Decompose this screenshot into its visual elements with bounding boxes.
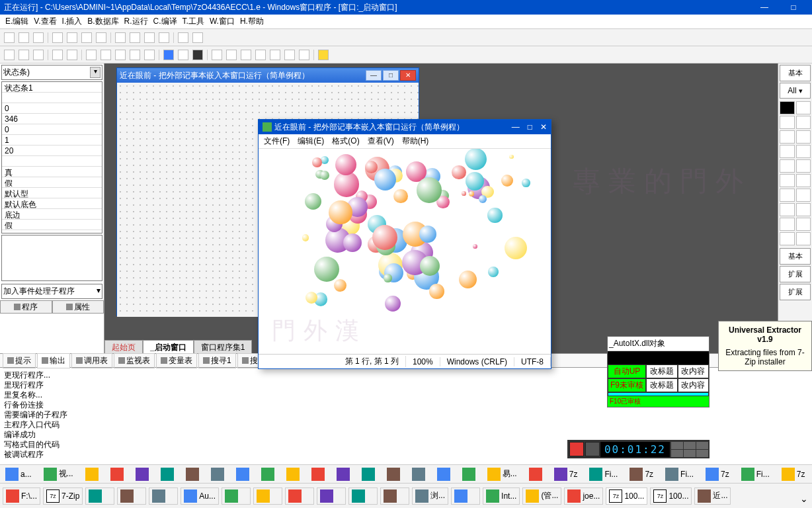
taskbar-item[interactable] xyxy=(253,487,282,505)
tool-icon[interactable] xyxy=(780,174,795,187)
taskbar-item[interactable] xyxy=(117,487,146,505)
tool-icon[interactable] xyxy=(19,32,29,43)
menu-edit[interactable]: E.编辑 xyxy=(5,16,28,27)
property-row[interactable]: 默认型 xyxy=(2,188,102,198)
toolbox-tab[interactable]: 扩展 xyxy=(780,284,811,300)
tool-icon[interactable] xyxy=(796,232,811,245)
taskbar-item[interactable] xyxy=(309,466,327,482)
taskbar-item[interactable] xyxy=(460,466,478,482)
property-row[interactable] xyxy=(2,156,102,167)
tool-icon[interactable] xyxy=(144,32,155,43)
taskbar-item[interactable]: 易... xyxy=(485,466,520,482)
tab-watch[interactable]: 监视表 xyxy=(114,353,155,368)
record-button[interactable] xyxy=(569,442,584,456)
menu-view[interactable]: 查看(V) xyxy=(368,136,394,147)
taskbar-item[interactable]: 7z100... xyxy=(606,487,647,505)
menu-insert[interactable]: I.插入 xyxy=(62,16,83,27)
tool-icon[interactable] xyxy=(130,32,140,43)
tool-icon[interactable] xyxy=(284,50,295,60)
taskbar-item[interactable] xyxy=(434,466,453,482)
menu-file[interactable]: 文件(F) xyxy=(264,136,290,147)
event-combo[interactable]: 加入事件处理子程序 ▾ xyxy=(1,284,102,299)
taskbar-item[interactable]: 7z xyxy=(703,466,732,482)
menu-db[interactable]: B.数据库 xyxy=(87,16,118,27)
taskbar-item[interactable] xyxy=(409,466,428,482)
taskbar-item[interactable] xyxy=(83,466,101,482)
tab-program[interactable]: 程序 xyxy=(0,301,52,314)
tool-icon[interactable] xyxy=(796,203,811,216)
autoitx-panel[interactable]: _AutoItX.dll对象 自动UP 改标题 改内容 F9未审核 改标题 改内… xyxy=(607,336,710,407)
pause-icon[interactable] xyxy=(178,50,188,60)
tool-icon[interactable] xyxy=(96,32,106,43)
taskbar-item[interactable] xyxy=(284,466,302,482)
notepad-window[interactable]: 近在眼前 - 把外部记事本嵌入本窗口运行（简单例程） — □ ✕ 文件(F) 编… xyxy=(258,119,551,369)
tool-icon[interactable] xyxy=(780,218,795,231)
tab-vars[interactable]: 变量表 xyxy=(156,353,197,368)
tab-calltable[interactable]: 调用表 xyxy=(71,353,112,368)
toolbox-combo[interactable]: All ▾ xyxy=(780,83,811,99)
tool-icon[interactable] xyxy=(241,50,251,60)
rec-icon[interactable] xyxy=(671,450,683,457)
taskbar-item[interactable] xyxy=(108,466,126,482)
rec-icon[interactable] xyxy=(684,442,696,449)
property-row[interactable]: 假 xyxy=(2,177,102,188)
tool-icon[interactable] xyxy=(780,189,795,202)
rec-icon[interactable] xyxy=(671,442,683,449)
paste-icon[interactable] xyxy=(33,50,44,60)
taskbar-item[interactable]: Fi... xyxy=(663,466,696,482)
stop-icon[interactable] xyxy=(192,50,203,60)
toolbox-header[interactable]: 基本 xyxy=(780,65,811,81)
menu-help[interactable]: 帮助(H) xyxy=(402,136,429,147)
taskbar-item[interactable]: joe... xyxy=(564,487,603,505)
cell[interactable]: 自动UP xyxy=(608,364,646,378)
tool-icon[interactable] xyxy=(796,101,811,114)
tool-icon[interactable] xyxy=(115,50,126,60)
menu-tool[interactable]: T.工具 xyxy=(183,16,204,27)
cell[interactable]: F9未审核 xyxy=(608,378,646,392)
tool-icon[interactable] xyxy=(192,32,203,43)
maximize-button[interactable]: □ xyxy=(383,70,399,81)
cell[interactable]: 改内容 xyxy=(678,378,710,392)
tool-icon[interactable] xyxy=(159,32,169,43)
maximize-button[interactable]: □ xyxy=(528,122,532,132)
taskbar-item[interactable] xyxy=(526,466,545,482)
cell[interactable]: 改内容 xyxy=(678,364,710,378)
tool-icon[interactable] xyxy=(780,232,795,245)
taskbar-item[interactable] xyxy=(317,487,346,505)
tab-window[interactable]: _启动窗口 xyxy=(143,340,194,353)
taskbar-item[interactable]: Fi... xyxy=(587,466,620,482)
tab-hint[interactable]: 提示 xyxy=(3,353,36,368)
tool-icon[interactable] xyxy=(780,116,795,129)
tool-icon[interactable] xyxy=(115,32,126,43)
tool-icon[interactable] xyxy=(81,32,92,43)
taskbar-item[interactable] xyxy=(233,466,252,482)
dropdown-arrow-icon[interactable]: ▾ xyxy=(97,286,101,297)
pause-button[interactable] xyxy=(585,442,600,456)
property-row[interactable]: 底边 xyxy=(2,209,102,220)
tool-icon[interactable] xyxy=(226,50,237,60)
taskbar-item[interactable] xyxy=(348,487,378,505)
taskbar-item[interactable] xyxy=(149,487,178,505)
menu-compile[interactable]: C.编译 xyxy=(153,16,177,27)
tool-icon[interactable] xyxy=(178,32,188,43)
menu-view[interactable]: V.查看 xyxy=(34,16,56,27)
tool-icon[interactable] xyxy=(796,116,811,129)
taskbar-item[interactable]: 7z xyxy=(627,466,656,482)
tool-icon[interactable] xyxy=(796,174,811,187)
pointer-icon[interactable] xyxy=(780,101,795,114)
tool-icon[interactable] xyxy=(101,50,111,60)
taskbar-item[interactable] xyxy=(359,466,378,482)
tool-icon[interactable] xyxy=(86,50,97,60)
maximize-button[interactable]: □ xyxy=(779,0,808,15)
menu-format[interactable]: 格式(O) xyxy=(332,136,359,147)
taskbar-item[interactable] xyxy=(334,466,352,482)
tool-icon[interactable] xyxy=(780,145,795,158)
tab-output[interactable]: 输出 xyxy=(37,353,70,368)
object-combo[interactable]: 状态条) ▾ xyxy=(1,65,102,80)
taskbar-item[interactable]: 近... xyxy=(694,487,731,505)
menu-edit[interactable]: 编辑(E) xyxy=(298,136,324,147)
tab-progset[interactable]: 窗口程序集1 xyxy=(194,340,253,353)
rec-icon[interactable] xyxy=(696,450,708,457)
tool-icon[interactable] xyxy=(780,203,795,216)
taskbar-item[interactable]: (管... xyxy=(522,487,561,505)
